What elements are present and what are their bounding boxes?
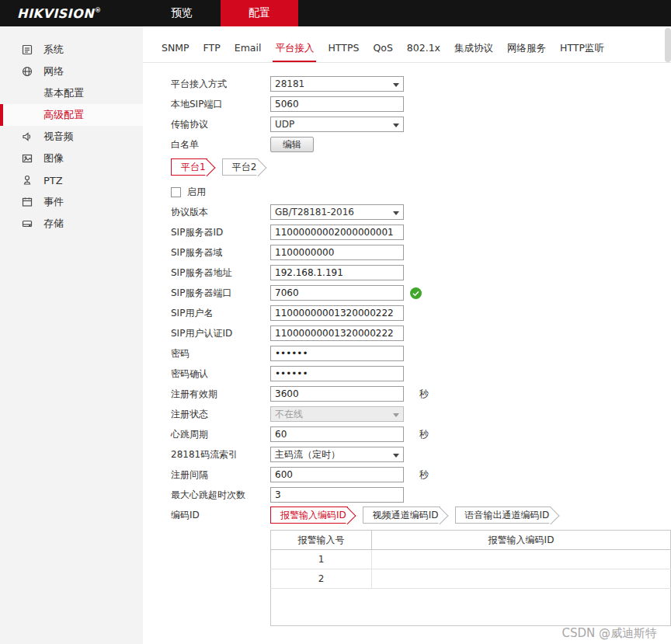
registration-interval-input[interactable] bbox=[270, 467, 404, 482]
sidebar-item-event[interactable]: 事件 bbox=[0, 191, 143, 213]
watermark: CSDN @威迪斯特 bbox=[561, 626, 657, 641]
chevron-down-icon bbox=[393, 211, 399, 215]
chevron-down-icon bbox=[393, 413, 399, 417]
access-mode-select[interactable]: 28181 bbox=[270, 76, 404, 92]
unit-seconds: 秒 bbox=[419, 388, 429, 401]
cell-alarm-encoding-id bbox=[372, 569, 671, 589]
table-row[interactable]: 2 bbox=[271, 569, 671, 589]
stream-index-value: 主码流（定时） bbox=[275, 448, 340, 461]
sip-server-port-input[interactable] bbox=[270, 285, 404, 301]
sidebar-item-audio-video[interactable]: 视音频 bbox=[0, 126, 143, 148]
audio-video-icon bbox=[21, 131, 33, 143]
sidebar-item-basic-config[interactable]: 基本配置 bbox=[0, 82, 143, 104]
logo-text: HIKVISION bbox=[17, 6, 94, 21]
scrollbar[interactable] bbox=[665, 28, 671, 62]
sidebar-item-network[interactable]: 网络 bbox=[0, 61, 143, 82]
main-content: SNMP FTP Email 平台接入 HTTPS QoS 802.1x 集成协… bbox=[143, 26, 671, 644]
sip-server-port-label: SIP服务器端口 bbox=[171, 287, 270, 300]
unit-seconds: 秒 bbox=[419, 468, 429, 482]
chevron-down-icon bbox=[393, 124, 399, 127]
whitelist-edit-button[interactable]: 编辑 bbox=[270, 137, 314, 152]
tab-audio-output-encoding-id[interactable]: 语音输出通道编码ID bbox=[455, 506, 551, 524]
sip-server-domain-label: SIP服务器域 bbox=[171, 246, 270, 259]
sidebar-item-storage[interactable]: 存储 bbox=[0, 213, 143, 235]
tab-integration-protocol[interactable]: 集成协议 bbox=[447, 37, 500, 62]
registered-mark: ® bbox=[95, 7, 102, 14]
sidebar-item-label: 系统 bbox=[43, 43, 64, 57]
unit-seconds: 秒 bbox=[419, 428, 429, 441]
tab-config[interactable]: 配置 bbox=[221, 0, 298, 26]
registration-status-value: 不在线 bbox=[275, 408, 303, 421]
sip-server-address-input[interactable] bbox=[270, 265, 404, 280]
system-icon bbox=[21, 44, 33, 56]
tab-http-listen[interactable]: HTTP监听 bbox=[553, 37, 611, 62]
registration-status-field: 不在线 bbox=[270, 406, 404, 422]
tab-video-channel-encoding-id[interactable]: 视频通道编码ID bbox=[363, 506, 440, 524]
column-alarm-input-number: 报警输入号 bbox=[271, 531, 372, 550]
enable-checkbox[interactable] bbox=[171, 187, 181, 197]
tab-platform1[interactable]: 平台1 bbox=[171, 158, 207, 176]
tab-email[interactable]: Email bbox=[228, 37, 269, 62]
sidebar-item-label: 高级配置 bbox=[43, 108, 84, 122]
tab-ftp[interactable]: FTP bbox=[196, 37, 228, 62]
protocol-version-select[interactable]: GB/T28181-2016 bbox=[270, 204, 404, 220]
table-header-row: 报警输入号 报警输入编码ID bbox=[271, 531, 671, 550]
stream-index-select[interactable]: 主码流（定时） bbox=[270, 447, 404, 462]
enable-label: 启用 bbox=[187, 186, 206, 199]
sip-username-label: SIP用户名 bbox=[171, 307, 270, 320]
sidebar-item-ptz[interactable]: PTZ bbox=[0, 169, 143, 191]
tab-preview[interactable]: 预览 bbox=[143, 0, 221, 26]
sip-server-id-input[interactable] bbox=[270, 225, 404, 240]
cell-alarm-input-number: 2 bbox=[271, 569, 372, 589]
registration-validity-input[interactable] bbox=[270, 386, 404, 402]
top-nav: 预览 配置 bbox=[143, 0, 298, 26]
encoding-id-label: 编码ID bbox=[171, 509, 270, 522]
tab-platform2[interactable]: 平台2 bbox=[222, 158, 259, 176]
registration-interval-label: 注册间隔 bbox=[171, 468, 270, 482]
local-sip-port-input[interactable] bbox=[270, 96, 404, 112]
sidebar-item-system[interactable]: 系统 bbox=[0, 39, 143, 61]
max-heartbeat-timeout-label: 最大心跳超时次数 bbox=[171, 489, 270, 502]
sidebar-item-advanced-config[interactable]: 高级配置 bbox=[0, 104, 143, 126]
platform-access-form: 平台接入方式 28181 本地SIP端口 传输协议 UDP 白名单 编辑 平台1 bbox=[143, 63, 671, 626]
sip-server-domain-input[interactable] bbox=[270, 245, 404, 260]
sip-username-input[interactable] bbox=[270, 305, 404, 321]
valid-check-icon bbox=[410, 287, 422, 299]
tab-snmp[interactable]: SNMP bbox=[155, 37, 196, 62]
sip-auth-id-input[interactable] bbox=[270, 325, 404, 341]
column-alarm-input-encoding-id: 报警输入编码ID bbox=[372, 531, 671, 550]
sidebar-item-label: PTZ bbox=[43, 175, 63, 186]
whitelist-label: 白名单 bbox=[171, 138, 270, 151]
tab-qos[interactable]: QoS bbox=[366, 37, 399, 62]
sidebar: 系统 网络 基本配置 高级配置 视音频 图像 PTZ 事件 bbox=[0, 26, 143, 644]
registration-validity-label: 注册有效期 bbox=[171, 388, 270, 401]
sip-server-id-label: SIP服务器ID bbox=[171, 226, 270, 239]
password-confirm-input[interactable] bbox=[270, 366, 404, 381]
password-input[interactable] bbox=[270, 346, 404, 361]
settings-tabs: SNMP FTP Email 平台接入 HTTPS QoS 802.1x 集成协… bbox=[143, 26, 671, 63]
access-mode-value: 28181 bbox=[275, 78, 304, 89]
tab-8021x[interactable]: 802.1x bbox=[400, 37, 447, 62]
sidebar-item-image[interactable]: 图像 bbox=[0, 148, 143, 169]
tab-platform-access[interactable]: 平台接入 bbox=[268, 37, 321, 62]
platform-tabs: 平台1 平台2 bbox=[171, 158, 671, 176]
tab-alarm-input-encoding-id[interactable]: 报警输入编码ID bbox=[270, 506, 348, 524]
max-heartbeat-timeout-input[interactable] bbox=[270, 487, 404, 503]
hikvision-logo: HIKVISION® bbox=[0, 6, 143, 21]
table-row[interactable]: 1 bbox=[271, 550, 671, 569]
transport-select[interactable]: UDP bbox=[270, 117, 404, 132]
stream-index-label: 28181码流索引 bbox=[171, 448, 270, 461]
sip-auth-id-label: SIP用户认证ID bbox=[171, 327, 270, 340]
local-sip-port-label: 本地SIP端口 bbox=[171, 98, 270, 111]
image-icon bbox=[21, 152, 33, 165]
sidebar-item-label: 基本配置 bbox=[43, 86, 84, 100]
transport-value: UDP bbox=[275, 119, 294, 130]
heartbeat-period-input[interactable] bbox=[270, 426, 404, 442]
tab-network-service[interactable]: 网络服务 bbox=[500, 37, 553, 62]
sidebar-item-label: 存储 bbox=[43, 217, 64, 231]
encoding-id-tabs: 报警输入编码ID 视频通道编码ID 语音输出通道编码ID bbox=[270, 506, 565, 524]
sidebar-item-label: 视音频 bbox=[43, 130, 74, 144]
ptz-icon bbox=[21, 174, 33, 186]
cell-alarm-encoding-id bbox=[372, 550, 671, 569]
tab-https[interactable]: HTTPS bbox=[321, 37, 366, 62]
